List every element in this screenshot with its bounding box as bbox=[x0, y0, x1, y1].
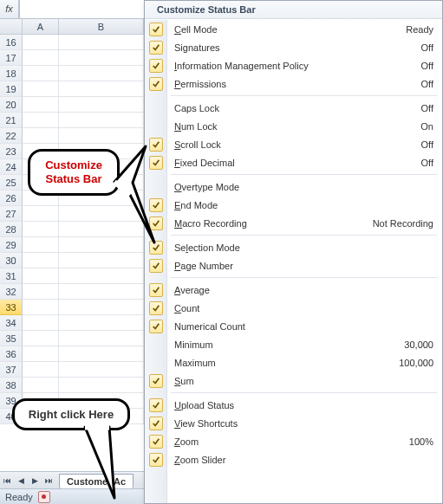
cell[interactable] bbox=[23, 315, 59, 331]
cell[interactable] bbox=[59, 66, 144, 81]
row-header[interactable]: 20 bbox=[0, 97, 23, 113]
row-header[interactable]: 33 bbox=[0, 300, 23, 315]
cell[interactable] bbox=[23, 81, 59, 97]
cell[interactable] bbox=[59, 346, 144, 362]
menu-item-label: Count bbox=[174, 303, 199, 313]
cell[interactable] bbox=[23, 378, 59, 393]
row-header[interactable]: 30 bbox=[0, 253, 23, 268]
cell[interactable] bbox=[59, 81, 144, 97]
grid-row: 19 bbox=[0, 81, 144, 97]
cell[interactable] bbox=[23, 237, 59, 253]
row-header[interactable]: 26 bbox=[0, 191, 23, 206]
cell[interactable] bbox=[23, 346, 59, 362]
menu-item-value: Off bbox=[421, 103, 433, 113]
row-header[interactable]: 21 bbox=[0, 113, 23, 128]
menu-item[interactable]: Page Number bbox=[145, 256, 442, 275]
tab-nav-prev-icon[interactable]: ◀ bbox=[14, 473, 28, 488]
row-header[interactable]: 25 bbox=[0, 175, 23, 191]
cell[interactable] bbox=[23, 35, 59, 50]
menu-item[interactable]: Sum bbox=[145, 372, 442, 390]
column-header[interactable]: B bbox=[59, 19, 144, 35]
menu-item[interactable]: Fixed DecimalOff bbox=[145, 153, 442, 171]
macro-record-icon[interactable] bbox=[38, 491, 50, 503]
cell[interactable] bbox=[59, 300, 144, 315]
row-header[interactable]: 22 bbox=[0, 128, 23, 144]
row-header[interactable]: 17 bbox=[0, 50, 23, 66]
cell[interactable] bbox=[23, 97, 59, 113]
menu-item[interactable]: Scroll LockOff bbox=[145, 135, 442, 153]
row-header[interactable]: 19 bbox=[0, 81, 23, 97]
menu-item[interactable]: End Mode bbox=[145, 196, 442, 214]
menu-item[interactable]: Information Management PolicyOff bbox=[145, 56, 442, 74]
cell[interactable] bbox=[59, 35, 144, 50]
tab-nav-next-icon[interactable]: ▶ bbox=[28, 473, 42, 488]
menu-item[interactable]: Zoom Slider bbox=[145, 450, 442, 468]
menu-item[interactable]: Cell ModeReady bbox=[145, 20, 442, 38]
tab-nav-first-icon[interactable]: ⏮ bbox=[0, 473, 14, 488]
cell[interactable] bbox=[59, 50, 144, 66]
menu-item[interactable]: Average bbox=[145, 281, 442, 299]
menu-item-value: 30,000 bbox=[404, 339, 433, 350]
row-header[interactable]: 28 bbox=[0, 222, 23, 237]
menu-item[interactable]: Count bbox=[145, 299, 442, 317]
menu-item[interactable]: Upload Status bbox=[145, 396, 442, 414]
cell[interactable] bbox=[23, 300, 59, 315]
menu-item-value: Off bbox=[421, 42, 433, 53]
cell[interactable] bbox=[23, 206, 59, 222]
check-icon bbox=[149, 417, 163, 430]
row-header[interactable]: 18 bbox=[0, 66, 23, 81]
cell[interactable] bbox=[23, 331, 59, 346]
fx-button[interactable]: fx bbox=[0, 0, 19, 18]
row-header[interactable]: 29 bbox=[0, 237, 23, 253]
cell[interactable] bbox=[23, 66, 59, 81]
cell[interactable] bbox=[23, 253, 59, 268]
menu-item[interactable]: Overtype Mode bbox=[145, 178, 442, 196]
menu-item[interactable]: Num LockOn bbox=[145, 117, 442, 135]
cell[interactable] bbox=[59, 113, 144, 128]
menu-item[interactable]: View Shortcuts bbox=[145, 414, 442, 432]
select-all-corner[interactable] bbox=[0, 19, 23, 35]
cell[interactable] bbox=[59, 315, 144, 331]
cell[interactable] bbox=[23, 284, 59, 300]
cell[interactable] bbox=[23, 362, 59, 378]
row-header[interactable]: 34 bbox=[0, 315, 23, 331]
menu-item[interactable]: Selection Mode bbox=[145, 238, 442, 256]
column-header[interactable]: A bbox=[23, 19, 59, 35]
cell[interactable] bbox=[23, 113, 59, 128]
cell[interactable] bbox=[59, 253, 144, 268]
cell[interactable] bbox=[59, 331, 144, 346]
row-header[interactable]: 16 bbox=[0, 35, 23, 50]
row-header[interactable]: 35 bbox=[0, 331, 23, 346]
menu-item[interactable]: Zoom100% bbox=[145, 432, 442, 450]
row-header[interactable]: 24 bbox=[0, 159, 23, 175]
grid-row: 34 bbox=[0, 315, 144, 331]
menu-item-value: On bbox=[420, 121, 433, 132]
menu-item[interactable]: Maximum100,000 bbox=[145, 353, 442, 372]
menu-item[interactable]: Minimum30,000 bbox=[145, 335, 442, 353]
cell[interactable] bbox=[23, 268, 59, 284]
menu-item[interactable]: PermissionsOff bbox=[145, 74, 442, 93]
menu-item-value: 100% bbox=[409, 436, 433, 447]
menu-item[interactable]: Macro RecordingNot Recording bbox=[145, 214, 442, 232]
menu-separator bbox=[145, 390, 442, 396]
menu-item[interactable]: SignaturesOff bbox=[145, 38, 442, 56]
row-header[interactable]: 31 bbox=[0, 268, 23, 284]
cell[interactable] bbox=[23, 222, 59, 237]
tab-nav-last-icon[interactable]: ⏭ bbox=[42, 473, 55, 488]
row-header[interactable]: 32 bbox=[0, 284, 23, 300]
cell[interactable] bbox=[59, 378, 144, 393]
row-header[interactable]: 37 bbox=[0, 362, 23, 378]
menu-item[interactable]: Caps LockOff bbox=[145, 99, 442, 117]
cell[interactable] bbox=[59, 284, 144, 300]
row-header[interactable]: 36 bbox=[0, 346, 23, 362]
cell[interactable] bbox=[59, 362, 144, 378]
cell[interactable] bbox=[23, 128, 59, 144]
row-header[interactable]: 38 bbox=[0, 378, 23, 393]
row-header[interactable]: 23 bbox=[0, 144, 23, 159]
cell[interactable] bbox=[59, 97, 144, 113]
menu-item[interactable]: Numerical Count bbox=[145, 317, 442, 335]
cell[interactable] bbox=[59, 268, 144, 284]
cell[interactable] bbox=[23, 50, 59, 66]
cell[interactable] bbox=[59, 128, 144, 144]
row-header[interactable]: 27 bbox=[0, 206, 23, 222]
